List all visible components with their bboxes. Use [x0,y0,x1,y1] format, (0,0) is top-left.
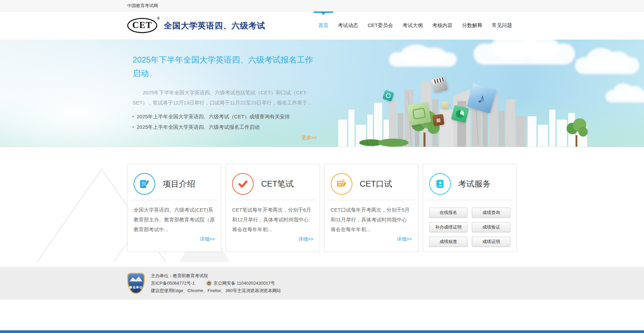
card-title: 项目介绍 [163,179,195,189]
divider [327,200,415,200]
news-item[interactable]: 2025年上半年全国大学英语四、六级考试（CET）成绩查询有关安排 [133,111,315,122]
card-project-intro: 项目介绍 全国大学英语四、六级考试(CET)系教育部主办、教育部教育考试院（原教… [127,164,221,252]
nav-item-exam-news[interactable]: 考试动态 [333,11,363,40]
nav-item-assessment-content[interactable]: 考核内容 [428,11,457,40]
contact-book-icon [429,173,451,195]
service-reissue-certificate[interactable]: 补办成绩证明 [429,222,468,232]
bullet-dot [133,126,134,127]
edit-document-icon [134,173,155,195]
card-oral-test: CET口试 CET口试每年开考两次，分别于5月和11月举行，具体考试时间我中心将… [324,164,418,252]
service-online-registration[interactable]: 在线报名 [429,208,468,218]
cet-logo-text: CET [132,20,152,30]
service-score-verification[interactable]: 成绩验证 [472,222,510,232]
oral-test-icon [331,173,352,195]
tree [561,112,592,147]
card-title: CET笔试 [261,179,294,189]
card-exam-services: 考试服务 在线报名 成绩查询 补办成绩证明 成绩验证 成绩核查 成绩证明 [423,164,517,252]
service-score-query[interactable]: 成绩查询 [472,208,510,218]
detail-link[interactable]: 详细>> [331,236,412,242]
nav-item-score-explanation[interactable]: 分数解释 [457,11,487,40]
card-text: CET口试每年开考两次，分别于5月和11月举行，具体考试时间我中心将会在每年年初… [331,205,412,234]
cards-section: 项目介绍 全国大学英语四、六级考试(CET)系教育部主办、教育部教育考试院（原教… [0,147,644,267]
card-title: 考试服务 [458,179,491,189]
police-badge-icon [206,281,212,286]
banner-content: 2025年下半年全国大学英语四、六级考试报名工作启动 2025年下半年全国大学英… [133,53,315,141]
card-text: CET笔试每年开考两次，分别于6月和12月举行，具体考试时间我中心将会在每年年初… [232,205,313,234]
service-score-check[interactable]: 成绩核查 [429,237,468,247]
cloud-shape [474,44,575,65]
check-icon [232,173,254,195]
bush [378,139,409,147]
divider [130,200,218,200]
cet-logo: CET ® [127,18,157,33]
abacus-cube-icon [432,114,444,126]
page-bottom-spacer [0,300,644,330]
banner-headline[interactable]: 2025年下半年全国大学英语四、六级考试报名工作启动 [133,53,315,80]
nav-item-faq[interactable]: 常见问题 [487,11,517,40]
divider [426,200,514,200]
service-button-grid: 在线报名 成绩查询 补办成绩证明 成绩验证 成绩核查 成绩证明 [429,208,510,247]
card-written-test: CET笔试 CET笔试每年开考两次，分别于6月和12月举行，具体考试时间我中心将… [226,164,320,252]
banner-news-list: 2025年上半年全国大学英语四、六级考试（CET）成绩查询有关安排 2025年上… [133,111,315,132]
main-nav: 首页 考试动态 CET委员会 考试大纲 考核内容 分数解释 常见问题 [314,11,517,40]
cloud-shape [605,90,644,102]
cloud-shape [389,52,457,67]
nav-item-exam-syllabus[interactable]: 考试大纲 [398,11,428,40]
nav-item-cet-committee[interactable]: CET委员会 [363,11,398,40]
speech-cube-icon [407,101,431,126]
active-tab-indicator [314,11,333,13]
card-text: 全国大学英语四、六级考试(CET)系教育部主办、教育部教育考试院（原教育部考试中… [134,205,215,234]
divider [229,200,317,200]
icp-link[interactable]: 京ICP备05064772号-1 [151,280,195,286]
footer: 事业单位 主办单位：教育部教育考试院 京ICP备05064772号-1 京公网安… [0,267,644,300]
registered-mark: ® [157,16,160,21]
brand[interactable]: CET ® 全国大学英语四、六级考试 [127,18,266,33]
topbar: 中国教育考试网 [0,0,644,11]
browser-tip: 建议您使用Edge、Chrome、Firefox、360等主流浏览器浏览本网站 [151,288,281,294]
police-link[interactable]: 京公网安备 11040202430017号 [206,280,275,286]
hero-banner: ♪ 2025年下半年全国大学英语四、六级考试报名工作启动 2025年下半年全国大… [0,40,644,147]
card-title: CET口试 [360,179,392,189]
more-link[interactable]: 更多>> [302,135,317,141]
detail-link[interactable]: 详细>> [134,236,215,242]
bullet-dot [133,116,134,117]
detail-link[interactable]: 详细>> [232,236,313,242]
header: CET ® 全国大学英语四、六级考试 首页 考试动态 CET委员会 考试大纲 考… [0,11,644,40]
small-cube-icon [441,101,449,109]
banner-summary: 2025年下半年全国大学英语四、六级考试包括笔试（CET）和口试（CET-SET… [133,88,315,108]
organizer-line: 主办单位：教育部教育考试院 [151,273,281,279]
site-name-link[interactable]: 中国教育考试网 [127,3,158,9]
service-score-certificate[interactable]: 成绩证明 [472,237,510,247]
nav-item-home[interactable]: 首页 [314,11,333,40]
badge-label: 事业单位 [128,285,144,290]
institution-badge-icon[interactable]: 事业单位 [127,273,145,294]
bottom-blue-strip [0,330,644,333]
site-title: 全国大学英语四、六级考试 [164,20,266,31]
news-item[interactable]: 2025年上半年全国大学英语四、六级考试报名工作启动 [133,122,315,132]
